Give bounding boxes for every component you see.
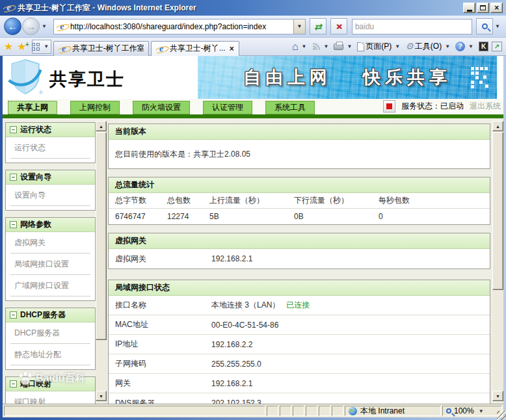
sidebar-item-wan-interface[interactable]: 广域网接口设置: [10, 275, 90, 296]
scroll-up-icon[interactable]: ▲: [492, 121, 503, 131]
val-total-packets: 12274: [167, 212, 209, 221]
help-button[interactable]: ?▼: [455, 42, 475, 51]
content-area: 运行状态 运行状态 设置向导 设置向导 网络参数 虚拟网关 局域网接口设置 广域…: [3, 118, 503, 404]
sidebar-item-dhcp-server[interactable]: DHCP服务器: [10, 322, 90, 344]
row-value: 00-E0-4C-51-54-86: [211, 321, 285, 330]
sidebar-item-setup-wizard[interactable]: 设置向导: [10, 185, 90, 206]
collapse-icon[interactable]: [10, 174, 17, 181]
page-menu-button[interactable]: 页面(P)▼: [357, 41, 402, 52]
url-dropdown-button[interactable]: ▼: [293, 20, 305, 34]
nav-tabs: 共享上网 上网控制 防火墙设置 认证管理 系统工具: [8, 101, 315, 114]
exit-system-link[interactable]: 退出系统: [470, 101, 501, 112]
sidebar-item-static-address[interactable]: 静态地址分配: [10, 344, 90, 365]
rss-icon: [312, 42, 321, 51]
minimize-button[interactable]: [463, 3, 475, 13]
scrollbar-thumb[interactable]: [492, 132, 503, 290]
open-external-button[interactable]: ↗: [492, 42, 502, 51]
collapse-icon[interactable]: [10, 380, 17, 387]
zoom-dropdown-icon[interactable]: ▼: [477, 408, 486, 414]
sidebar-group-header: 设置向导: [6, 170, 95, 185]
printer-icon: [334, 44, 343, 50]
browser-window: e 共享卫士-树丫工作室 - Windows Internet Explorer…: [0, 0, 506, 420]
row-label: 网关: [115, 378, 211, 389]
collapse-icon[interactable]: [10, 311, 17, 319]
nav-tab-system-tools[interactable]: 系统工具: [265, 101, 315, 114]
product-nav: 共享上网 上网控制 防火墙设置 认证管理 系统工具 服务状态：已启动 退出系统: [3, 99, 503, 114]
status-bar: 本地 Intranet 100% ▼: [3, 404, 503, 417]
row-value: 192.168.2.1: [211, 254, 280, 263]
refresh-icon: ⇄: [314, 23, 322, 31]
browser-tab-1[interactable]: e 共享卫士-树丫工作室: [53, 41, 149, 56]
print-button[interactable]: ▼: [334, 44, 354, 50]
search-box[interactable]: [352, 19, 472, 34]
tab-close-icon[interactable]: ×: [230, 44, 234, 53]
tab-favicon: e: [59, 44, 70, 54]
maximize-button[interactable]: [477, 3, 489, 13]
forward-button[interactable]: →: [22, 18, 40, 35]
status-cell: [293, 406, 304, 416]
collapse-icon[interactable]: [10, 126, 17, 133]
nav-tab-firewall[interactable]: 防火墙设置: [133, 101, 190, 114]
favorites-star-icon[interactable]: ★: [4, 42, 13, 52]
sidebar-group-header: DHCP服务器: [6, 308, 95, 322]
add-favorite-icon[interactable]: ★+: [17, 42, 26, 52]
sidebar-group-title: 端口映射: [20, 378, 51, 389]
home-dropdown-icon: ▼: [300, 44, 309, 49]
sidebar-scrollbar[interactable]: ▲ ▼: [96, 121, 107, 401]
stop-button[interactable]: ×: [330, 18, 347, 34]
stop-icon: ×: [336, 23, 342, 31]
row-label: 虚拟网关: [115, 254, 211, 265]
browser-tab-2-active[interactable]: e 共享卫士-树丫... ×: [151, 41, 239, 56]
help-dropdown-icon: ▼: [466, 44, 475, 49]
sidebar-group-setup-wizard: 设置向导 设置向导: [5, 170, 96, 211]
search-button[interactable]: [476, 18, 493, 34]
scroll-down-icon[interactable]: ▼: [96, 391, 107, 401]
row-label: DNS服务器: [115, 398, 211, 404]
zoom-control[interactable]: 100% ▼: [442, 406, 502, 416]
scroll-up-icon[interactable]: ▲: [96, 121, 107, 131]
url-field[interactable]: e ▼: [53, 19, 306, 34]
resize-grip[interactable]: [497, 411, 506, 420]
panel-virtual-gateway: 虚拟网关 虚拟网关 192.168.2.1: [108, 233, 490, 269]
sidebar-item-running-status[interactable]: 运行状态: [10, 137, 90, 159]
addon-k-button[interactable]: K: [479, 42, 488, 51]
shield-logo-icon: [8, 58, 43, 96]
close-button[interactable]: ×: [490, 3, 503, 13]
back-button[interactable]: ←: [4, 18, 21, 35]
search-options-icon[interactable]: ▼: [493, 23, 502, 29]
tools-dropdown-icon: ▼: [443, 44, 452, 49]
refresh-button[interactable]: ⇄: [310, 18, 326, 34]
tab-label: 共享卫士-树丫工作室: [72, 43, 144, 54]
val-download-rate: 0B: [294, 212, 379, 221]
service-status-area: 服务状态：已启动 退出系统: [383, 100, 501, 112]
lan-row-gateway: 网关 192.168.2.1: [109, 374, 490, 393]
scroll-down-icon[interactable]: ▼: [492, 391, 503, 401]
page-dropdown-icon: ▼: [393, 44, 402, 49]
sidebar-group-network-params: 网络参数 虚拟网关 局域网接口设置 广域网接口设置: [5, 217, 96, 301]
sidebar-group-title: 运行状态: [20, 124, 51, 135]
sidebar-group-dhcp: DHCP服务器 DHCP服务器 静态地址分配: [5, 308, 96, 370]
nav-tab-access-control[interactable]: 上网控制: [70, 101, 120, 114]
tools-menu-button[interactable]: ⚙工具(O)▼: [405, 41, 452, 52]
nav-tab-auth[interactable]: 认证管理: [203, 101, 252, 114]
url-input[interactable]: [70, 22, 291, 31]
collapse-icon[interactable]: [10, 221, 17, 228]
scrollbar-thumb[interactable]: [96, 132, 107, 340]
home-button[interactable]: ⌂▼: [292, 42, 309, 51]
status-message-cell: [4, 406, 265, 416]
sidebar-group-header: 运行状态: [6, 123, 95, 137]
feeds-button[interactable]: ▼: [312, 42, 331, 51]
nav-tab-share-internet[interactable]: 共享上网: [8, 101, 57, 114]
service-stop-button[interactable]: [383, 100, 395, 112]
content-scrollbar[interactable]: ▲ ▼: [492, 121, 503, 401]
history-dropdown-icon[interactable]: ▼: [40, 23, 49, 29]
sidebar-item-port-mapping[interactable]: 端口映射: [10, 391, 90, 404]
sidebar-item-virtual-gateway[interactable]: 虚拟网关: [10, 232, 90, 254]
row-value: 255.255.255.0: [211, 360, 280, 369]
search-input[interactable]: [355, 22, 469, 31]
quick-tabs-button[interactable]: ▼: [32, 40, 51, 54]
sidebar-group-header: 端口映射: [6, 377, 95, 391]
status-cell: [319, 406, 330, 416]
lan-row-dns: DNS服务器 202.102.152.3: [109, 393, 490, 404]
sidebar-item-lan-interface[interactable]: 局域网接口设置: [10, 254, 90, 275]
